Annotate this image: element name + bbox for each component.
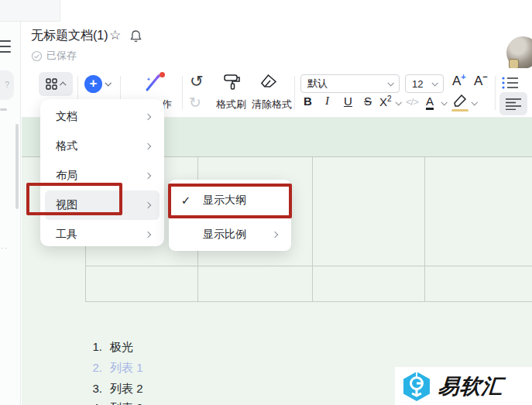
sidebar-scrollbar[interactable] (15, 124, 19, 209)
menu-item-format[interactable]: 格式 (45, 132, 160, 161)
hamburger-menu-icon[interactable] (0, 40, 11, 57)
chevron-down-icon (387, 80, 393, 86)
format-painter-label[interactable]: 格式刷 (216, 98, 246, 112)
grid-icon (46, 78, 57, 90)
notification-dot (160, 72, 165, 77)
document-title[interactable]: 无标题文档(1) (31, 28, 108, 44)
font-style-select[interactable]: 默认 (300, 74, 400, 93)
table-gridline (85, 266, 532, 266)
clear-format-label[interactable]: 清除格式 (252, 98, 292, 112)
watermark: 易软汇 (395, 367, 532, 405)
bullet-list-icon[interactable] (501, 75, 520, 94)
table-gridline (424, 157, 425, 301)
annotation-box-show-outline (168, 184, 292, 218)
chevron-right-icon (145, 232, 151, 238)
top-left-panel (0, 0, 60, 22)
toolbar-separator (495, 76, 496, 110)
favorite-star-icon[interactable]: ☆ (109, 27, 121, 43)
clear-format-icon[interactable] (259, 72, 279, 95)
toolbar-separator (294, 76, 295, 110)
annotation-box-view (26, 183, 122, 215)
chevron-up-icon (60, 81, 66, 88)
sidebar-collapsed-button[interactable]: ? (0, 70, 14, 100)
strikethrough-button[interactable]: S (364, 94, 372, 108)
font-size-value: 12 (412, 78, 423, 90)
table-gridline (312, 157, 313, 301)
format-painter-icon[interactable] (222, 72, 242, 95)
notification-bell-icon[interactable] (129, 29, 142, 46)
submenu-item-zoom-scale[interactable]: 显示比例 (169, 217, 291, 252)
increase-font-button[interactable]: A+ (452, 72, 466, 89)
redo-button[interactable]: ↻ (189, 94, 201, 112)
chevron-right-icon (145, 114, 151, 120)
chevron-right-icon (272, 232, 278, 238)
insert-button[interactable]: + (84, 75, 102, 93)
menu-item-tools[interactable]: 工具 (45, 220, 160, 249)
bold-button[interactable]: B (304, 94, 312, 108)
main-dropdown-menu: 文档 格式 布局 视图 工具 (40, 99, 164, 246)
table-gridline (85, 301, 532, 302)
chevron-right-icon (145, 143, 151, 149)
undo-button[interactable]: ↺ (190, 72, 204, 91)
highlight-color-bar (451, 109, 469, 112)
chevron-right-icon (145, 202, 151, 208)
font-color-button[interactable]: A (426, 94, 434, 110)
watermark-text: 易软汇 (438, 372, 505, 400)
highlight-button[interactable] (453, 94, 467, 111)
sidebar-dots: ·· (1, 244, 9, 252)
watermark-logo-icon (401, 370, 432, 403)
chevron-right-icon (145, 173, 151, 179)
sidebar-divider (0, 108, 7, 111)
underline-button[interactable]: U (344, 94, 352, 108)
italic-button[interactable]: I (325, 94, 329, 108)
font-style-value: 默认 (307, 77, 328, 91)
align-button[interactable] (499, 92, 527, 115)
main-menu-button[interactable] (39, 72, 73, 96)
decrease-font-button[interactable]: A− (474, 72, 488, 89)
save-status: 已保存 (31, 49, 77, 63)
font-size-select[interactable]: 12 (405, 74, 444, 93)
toolbar-separator (182, 76, 183, 110)
superscript-button[interactable]: X2 (379, 94, 392, 108)
saved-label: 已保存 (46, 49, 77, 63)
saved-check-icon (31, 50, 43, 62)
chevron-down-icon (431, 80, 438, 86)
document-editor-app: ? ·· 无标题文档(1) ☆ 已保存 + 作 ↺ ↻ 格式刷 清除格式 默认 (0, 0, 532, 405)
menu-item-document[interactable]: 文档 (45, 102, 160, 132)
code-format-button[interactable]: </> (406, 96, 418, 108)
